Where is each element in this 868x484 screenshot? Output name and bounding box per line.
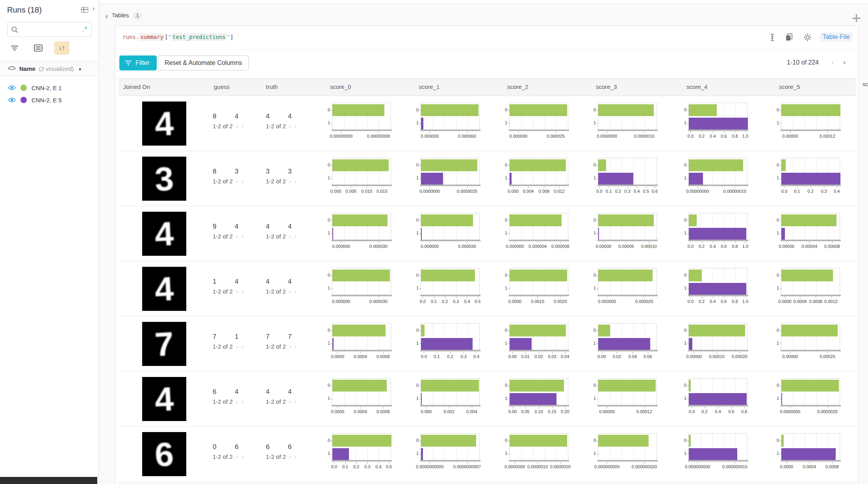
score-histogram-chart[interactable]: 010.0000000.000025 bbox=[509, 103, 568, 130]
copy-icon[interactable] bbox=[785, 33, 793, 42]
cell-next-icon[interactable]: › bbox=[241, 343, 243, 350]
score-histogram-chart[interactable]: 010.00000.00100.0020 bbox=[509, 268, 568, 296]
score-histogram-chart[interactable]: 010.0000000.000030 bbox=[421, 213, 480, 240]
cell-next-icon[interactable]: › bbox=[295, 233, 297, 240]
run-search-input[interactable]: .* bbox=[7, 22, 92, 37]
column-header-guess[interactable]: guess bbox=[214, 83, 230, 90]
score-histogram-chart[interactable]: 010.000000.00012 bbox=[598, 378, 657, 406]
cell-prev-icon[interactable]: ‹ bbox=[289, 233, 291, 240]
panel-query[interactable]: runs.summary["test_predictions"] bbox=[122, 34, 234, 40]
score-histogram-chart[interactable]: 010.0000000.000025 bbox=[598, 268, 657, 296]
cell-next-icon[interactable]: › bbox=[295, 288, 297, 295]
run-name-label[interactable]: CNN-2, E 1 bbox=[32, 85, 62, 91]
score-histogram-chart[interactable]: 010.00000.00040.0008 bbox=[332, 378, 391, 406]
cell-next-icon[interactable]: › bbox=[241, 178, 243, 185]
score-histogram-chart[interactable]: 010.00000000.00000100.0000020 bbox=[509, 433, 568, 461]
column-header-score-4[interactable]: score_4 bbox=[686, 83, 707, 90]
eye-visible-icon[interactable] bbox=[8, 85, 16, 91]
score-histogram-chart[interactable]: 010.00000.00040.0008 bbox=[332, 323, 391, 351]
score-histogram-chart[interactable]: 010.00.10.20.30.40.5 bbox=[332, 433, 391, 461]
score-histogram-chart[interactable]: 010.00.20.40.60.81.0 bbox=[688, 103, 747, 130]
score-histogram-chart[interactable]: 010.00.20.40.60.81.0 bbox=[688, 213, 747, 240]
score-histogram-chart[interactable]: 010.000000.000050.00010 bbox=[598, 213, 657, 240]
cell-prev-icon[interactable]: ‹ bbox=[236, 398, 238, 405]
score-histogram-chart[interactable]: 010.0000000000.000000020 bbox=[598, 433, 657, 461]
score-histogram-chart[interactable]: 010.00.20.40.60.81.0 bbox=[688, 268, 747, 296]
score-histogram-chart[interactable]: 010.000000.00012 bbox=[781, 103, 840, 130]
cell-prev-icon[interactable]: ‹ bbox=[289, 343, 291, 350]
cell-prev-icon[interactable]: ‹ bbox=[289, 288, 291, 295]
score-histogram-chart[interactable]: 010.0000.0040.0080.012 bbox=[509, 158, 568, 185]
score-histogram-chart[interactable]: 010.00.10.20.30.4 bbox=[421, 323, 480, 351]
column-header-score-0[interactable]: score_0 bbox=[330, 83, 351, 90]
score-histogram-chart[interactable]: 010.00.10.20.30.40.50.6 bbox=[598, 158, 657, 185]
mnist-digit-image[interactable]: 4 bbox=[142, 102, 186, 146]
cell-next-icon[interactable]: › bbox=[241, 123, 243, 129]
score-histogram-chart[interactable]: 010.000000000.00000008 bbox=[332, 103, 391, 130]
score-histogram-chart[interactable]: 010.000000.000040.00008 bbox=[781, 213, 840, 240]
mnist-digit-image[interactable]: 4 bbox=[142, 267, 186, 311]
column-header-score-1[interactable]: score_1 bbox=[419, 83, 440, 90]
score-histogram-chart[interactable]: 010.000000.00025 bbox=[781, 323, 840, 351]
add-panel-button[interactable]: + bbox=[852, 9, 861, 27]
run-list-item[interactable]: CNN-2, E 1 bbox=[0, 82, 99, 94]
gear-icon[interactable] bbox=[803, 33, 812, 42]
next-page-icon[interactable]: › bbox=[843, 58, 846, 67]
table-view-icon[interactable] bbox=[81, 7, 88, 13]
cell-next-icon[interactable]: › bbox=[241, 288, 243, 295]
score-histogram-chart[interactable]: 010.00.10.20.30.40.5 bbox=[421, 268, 480, 296]
sort-runs-icon[interactable]: ↓↑ bbox=[54, 41, 69, 55]
filter-button[interactable]: Filter bbox=[119, 55, 157, 70]
score-histogram-chart[interactable]: 010.00000000000.0000000007 bbox=[421, 433, 480, 461]
column-header-joined-on[interactable]: Joined On bbox=[123, 83, 150, 90]
section-title[interactable]: Tables bbox=[112, 12, 129, 18]
cell-prev-icon[interactable]: ‹ bbox=[289, 178, 291, 185]
score-histogram-chart[interactable]: 010.0000000.000030 bbox=[332, 268, 391, 296]
cell-next-icon[interactable]: › bbox=[241, 453, 243, 460]
cell-next-icon[interactable]: › bbox=[295, 343, 297, 350]
table-file-link[interactable]: Table-File bbox=[820, 32, 853, 42]
score-histogram-chart[interactable]: 010.0000000.000030 bbox=[332, 213, 391, 240]
cell-next-icon[interactable]: › bbox=[295, 178, 297, 185]
section-collapse-icon[interactable]: ∨ bbox=[105, 13, 109, 19]
cell-prev-icon[interactable]: ‹ bbox=[236, 288, 238, 295]
prev-page-icon[interactable]: ‹ bbox=[831, 58, 834, 67]
score-histogram-chart[interactable]: 010.0000.0020.004 bbox=[421, 378, 480, 406]
score-histogram-chart[interactable]: 010.0000000.0000040.000008 bbox=[509, 213, 568, 240]
mnist-digit-image[interactable]: 3 bbox=[142, 157, 186, 201]
cell-next-icon[interactable]: › bbox=[295, 398, 297, 405]
score-histogram-chart[interactable]: 010.00.10.20.30.4 bbox=[781, 158, 840, 185]
cell-prev-icon[interactable]: ‹ bbox=[236, 178, 238, 185]
filter-runs-icon[interactable] bbox=[7, 41, 22, 55]
cell-next-icon[interactable]: › bbox=[295, 453, 297, 460]
eye-visible-icon[interactable] bbox=[8, 97, 16, 103]
score-histogram-chart[interactable]: 010.0000000000.000000015 bbox=[688, 433, 747, 461]
cell-prev-icon[interactable]: ‹ bbox=[289, 123, 291, 129]
score-histogram-chart[interactable]: 010.00000000.0000025 bbox=[781, 378, 840, 406]
cell-next-icon[interactable]: › bbox=[241, 233, 243, 240]
score-histogram-chart[interactable]: 010.000.050.100.150.20 bbox=[509, 378, 568, 406]
score-histogram-chart[interactable]: 010.000000.000100.00020 bbox=[688, 323, 747, 351]
score-histogram-chart[interactable]: 010.00000000.0000010 bbox=[598, 103, 657, 130]
score-histogram-chart[interactable]: 010.0000.0050.0100.015 bbox=[332, 158, 391, 185]
column-header-score-5[interactable]: score_5 bbox=[779, 83, 800, 90]
cell-prev-icon[interactable]: ‹ bbox=[236, 233, 238, 240]
mnist-digit-image[interactable]: 4 bbox=[142, 377, 186, 421]
score-histogram-chart[interactable]: 010.0000000.000060 bbox=[421, 103, 480, 130]
column-header-score-2[interactable]: score_2 bbox=[507, 83, 528, 90]
cell-prev-icon[interactable]: ‹ bbox=[236, 453, 238, 460]
mnist-digit-image[interactable]: 4 bbox=[142, 212, 186, 256]
score-histogram-chart[interactable]: 010.00000.00040.00080.0012 bbox=[781, 268, 840, 296]
cell-prev-icon[interactable]: ‹ bbox=[289, 453, 291, 460]
score-histogram-chart[interactable]: 010.000.010.020.030.04 bbox=[509, 323, 568, 351]
score-histogram-chart[interactable]: 010.000000000.00000010 bbox=[688, 158, 747, 185]
columns-icon[interactable] bbox=[31, 41, 46, 55]
column-header-score-3[interactable]: score_3 bbox=[596, 83, 617, 90]
cell-prev-icon[interactable]: ‹ bbox=[289, 398, 291, 405]
score-histogram-chart[interactable]: 010.00000000.0000025 bbox=[421, 158, 480, 185]
expand-sidebar-icon[interactable]: › bbox=[93, 5, 95, 12]
run-list-item[interactable]: CNN-2, E 5 bbox=[0, 94, 99, 106]
regex-toggle[interactable]: .* bbox=[82, 26, 87, 33]
score-histogram-chart[interactable]: 010.00000.00040.0008 bbox=[781, 433, 840, 461]
cell-prev-icon[interactable]: ‹ bbox=[236, 123, 238, 129]
